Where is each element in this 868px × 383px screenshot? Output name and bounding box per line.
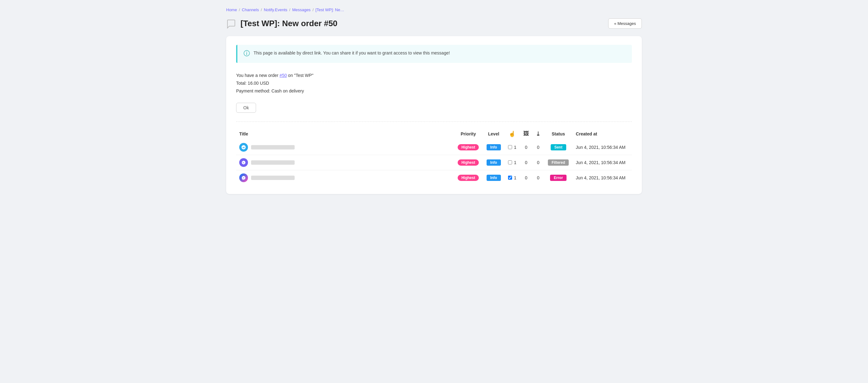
page-header: [Test WP]: New order #50 « Messages: [226, 18, 642, 29]
info-banner-text: This page is available by direct link. Y…: [253, 50, 450, 56]
status-cell: Sent: [544, 140, 572, 155]
info-banner: This page is available by direct link. Y…: [236, 45, 632, 63]
status-badge: Filtered: [548, 159, 569, 166]
order-link[interactable]: #50: [280, 73, 287, 78]
message-line1: You have a new order #50 on "Test WP": [236, 71, 632, 80]
svg-point-2: [246, 52, 247, 52]
title-text-blurred: [251, 160, 294, 165]
table-row: Highest Info 1 0 0 Sent Jun 4, 2021, 10:…: [236, 140, 632, 155]
title-text-blurred: [251, 145, 294, 149]
level-cell: Info: [483, 170, 505, 185]
level-badge: Info: [487, 159, 501, 166]
notifications-table: Title Priority Level ☝ 🖼 ⤓ Status Create…: [236, 128, 632, 185]
th-created-at: Created at: [573, 128, 632, 140]
priority-badge: Highest: [458, 144, 479, 150]
priority-cell: Highest: [454, 155, 483, 170]
checkbox-cell[interactable]: 1: [505, 155, 520, 170]
section-divider: [236, 121, 632, 122]
title-cell: [236, 170, 454, 185]
title-text-blurred: [251, 176, 294, 180]
th-priority: Priority: [454, 128, 483, 140]
checkbox-cell[interactable]: 1: [505, 170, 520, 185]
th-status: Status: [544, 128, 572, 140]
message-body: You have a new order #50 on "Test WP" To…: [236, 71, 632, 95]
priority-cell: Highest: [454, 170, 483, 185]
breadcrumb-messages[interactable]: Messages: [292, 7, 310, 12]
count3-cell: 0: [532, 140, 544, 155]
level-badge: Info: [487, 144, 501, 150]
th-hand: ☝: [505, 128, 520, 140]
count3-cell: 0: [532, 170, 544, 185]
breadcrumb-current: [Test WP]: Ne…: [315, 7, 344, 12]
th-level: Level: [483, 128, 505, 140]
checkbox[interactable]: [508, 145, 512, 149]
breadcrumb-notify-events[interactable]: Notify.Events: [264, 7, 287, 12]
th-title: Title: [236, 128, 454, 140]
messages-back-button[interactable]: « Messages: [608, 18, 642, 29]
count3-cell: 0: [532, 155, 544, 170]
ok-button[interactable]: Ok: [236, 103, 256, 113]
checkbox-cell[interactable]: 1: [505, 140, 520, 155]
status-cell: Filtered: [544, 155, 572, 170]
count2-cell: 0: [520, 155, 532, 170]
priority-badge: Highest: [458, 159, 479, 166]
level-cell: Info: [483, 140, 505, 155]
page-title: [Test WP]: New order #50: [241, 19, 338, 28]
created-at-cell: Jun 4, 2021, 10:56:34 AM: [573, 170, 632, 185]
main-card: This page is available by direct link. Y…: [226, 36, 642, 194]
count2-cell: 0: [520, 140, 532, 155]
level-badge: Info: [487, 175, 501, 181]
level-cell: Info: [483, 155, 505, 170]
page-title-area: [Test WP]: New order #50: [226, 19, 338, 29]
title-cell: [236, 155, 454, 170]
breadcrumb: Home / Channels / Notify.Events / Messag…: [226, 7, 642, 12]
priority-badge: Highest: [458, 175, 479, 181]
title-cell: [236, 140, 454, 155]
breadcrumb-channels[interactable]: Channels: [242, 7, 259, 12]
message-line3: Payment method: Cash on delivery: [236, 87, 632, 95]
chat-icon: [226, 19, 236, 29]
download-icon: ⤓: [536, 131, 540, 137]
th-download: ⤓: [532, 128, 544, 140]
status-badge: Error: [550, 175, 566, 181]
status-badge: Sent: [551, 144, 566, 150]
messenger-icon: [239, 173, 248, 182]
hand-pointer-icon: ☝: [509, 131, 516, 137]
created-at-cell: Jun 4, 2021, 10:56:34 AM: [573, 140, 632, 155]
count1: 1: [514, 160, 517, 165]
count2-cell: 0: [520, 170, 532, 185]
viber-icon: [239, 158, 248, 167]
table-row: Highest Info 1 0 0 Filtered Jun 4, 2021,…: [236, 155, 632, 170]
count1: 1: [514, 145, 517, 150]
breadcrumb-home[interactable]: Home: [226, 7, 237, 12]
info-circle-icon: [244, 50, 250, 58]
th-image: 🖼: [520, 128, 532, 140]
checkbox[interactable]: [508, 176, 512, 180]
telegram-icon: [239, 143, 248, 152]
count1: 1: [514, 175, 517, 180]
checkbox[interactable]: [508, 160, 512, 165]
image-icon: 🖼: [523, 130, 529, 137]
created-at-cell: Jun 4, 2021, 10:56:34 AM: [573, 155, 632, 170]
priority-cell: Highest: [454, 140, 483, 155]
table-row: Highest Info 1 0 0 Error Jun 4, 2021, 10…: [236, 170, 632, 185]
status-cell: Error: [544, 170, 572, 185]
message-line2: Total: 16.00 USD: [236, 80, 632, 87]
